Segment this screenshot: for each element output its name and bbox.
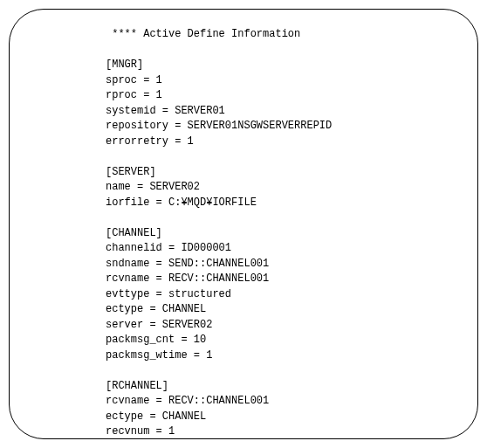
config-line: sndname = SEND::CHANNEL001 bbox=[106, 257, 460, 272]
config-line: errorretry = 1 bbox=[106, 134, 460, 150]
config-line: [SERVER] bbox=[106, 165, 460, 181]
config-line: [RCHANNEL] bbox=[106, 379, 460, 395]
config-line: [CHANNEL] bbox=[106, 226, 460, 242]
blank-line bbox=[106, 363, 460, 379]
config-line: packmsg_cnt = 10 bbox=[106, 333, 460, 348]
config-line: name = SERVER02 bbox=[106, 180, 460, 196]
config-line: ectype = CHANNEL bbox=[106, 302, 460, 318]
config-text-block: **** Active Define Information[MNGR]spro… bbox=[106, 27, 460, 439]
config-line: systemid = SERVER01 bbox=[106, 104, 460, 120]
config-line: rcvname = RECV::CHANNEL001 bbox=[106, 394, 460, 410]
config-line: **** Active Define Information bbox=[106, 27, 460, 43]
config-line: server = SERVER02 bbox=[106, 318, 460, 334]
blank-line bbox=[106, 210, 460, 226]
config-line: packmsg_wtime = 1 bbox=[106, 348, 460, 364]
config-line: sproc = 1 bbox=[106, 73, 460, 89]
config-line: evttype = structured bbox=[106, 287, 460, 303]
config-line: ectype = CHANNEL bbox=[106, 410, 460, 425]
config-line: rproc = 1 bbox=[106, 88, 460, 104]
config-frame: **** Active Define Information[MNGR]spro… bbox=[9, 9, 478, 439]
blank-line bbox=[106, 149, 460, 165]
config-line: recvnum = 1 bbox=[106, 424, 460, 439]
config-line: iorfile = C:¥MQD¥IORFILE bbox=[106, 196, 460, 211]
config-line: channelid = ID000001 bbox=[106, 241, 460, 257]
config-line: [MNGR] bbox=[106, 58, 460, 73]
config-line: rcvname = RECV::CHANNEL001 bbox=[106, 272, 460, 287]
config-line: repository = SERVER01NSGWSERVERREPID bbox=[106, 119, 460, 134]
blank-line bbox=[106, 43, 460, 59]
